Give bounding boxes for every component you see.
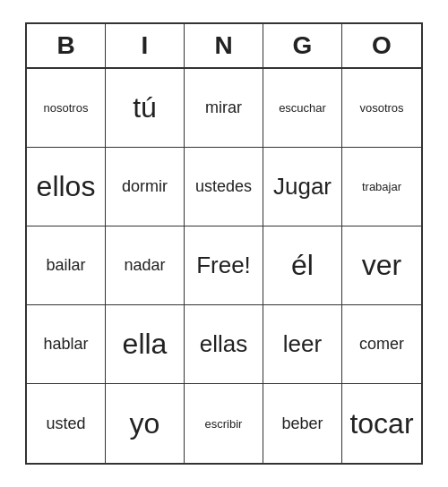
cell-text-8: Jugar bbox=[273, 173, 332, 201]
bingo-cell-0: nosotros bbox=[27, 69, 106, 148]
bingo-cell-19: comer bbox=[342, 305, 421, 384]
cell-text-18: leer bbox=[283, 330, 322, 358]
bingo-cell-5: ellos bbox=[27, 148, 106, 226]
bingo-cell-18: leer bbox=[263, 305, 342, 384]
bingo-cell-20: usted bbox=[27, 384, 106, 463]
cell-text-3: escuchar bbox=[279, 101, 326, 115]
cell-text-24: tocar bbox=[349, 407, 413, 440]
bingo-grid: nosotrostúmirarescucharvosotrosellosdorm… bbox=[27, 69, 421, 463]
cell-text-17: ellas bbox=[200, 330, 247, 358]
cell-text-9: trabajar bbox=[362, 180, 401, 193]
bingo-cell-10: bailar bbox=[27, 226, 106, 305]
cell-text-7: ustedes bbox=[195, 177, 252, 196]
cell-text-6: dormir bbox=[122, 177, 168, 196]
bingo-cell-3: escuchar bbox=[263, 69, 342, 148]
cell-text-12: Free! bbox=[196, 252, 251, 279]
cell-text-21: yo bbox=[130, 407, 160, 440]
bingo-cell-7: ustedes bbox=[185, 148, 263, 226]
bingo-cell-11: nadar bbox=[106, 226, 185, 305]
header-letter-o: O bbox=[342, 24, 421, 67]
cell-text-4: vosotros bbox=[359, 101, 403, 115]
cell-text-0: nosotros bbox=[44, 101, 89, 115]
bingo-cell-12: Free! bbox=[185, 226, 263, 305]
bingo-cell-9: trabajar bbox=[342, 148, 421, 226]
bingo-header: BINGO bbox=[27, 24, 421, 69]
cell-text-13: él bbox=[291, 249, 314, 282]
cell-text-2: mirar bbox=[205, 98, 242, 117]
bingo-cell-23: beber bbox=[263, 384, 342, 463]
bingo-cell-15: hablar bbox=[27, 305, 106, 384]
header-letter-i: I bbox=[106, 24, 185, 67]
bingo-card: BINGO nosotrostúmirarescucharvosotrosell… bbox=[25, 22, 423, 465]
cell-text-16: ella bbox=[123, 328, 168, 361]
bingo-cell-21: yo bbox=[106, 384, 185, 463]
cell-text-22: escribir bbox=[205, 417, 243, 431]
cell-text-10: bailar bbox=[46, 256, 85, 275]
cell-text-23: beber bbox=[281, 414, 323, 433]
cell-text-11: nadar bbox=[124, 256, 165, 275]
bingo-cell-13: él bbox=[263, 226, 342, 305]
header-letter-b: B bbox=[27, 24, 106, 67]
header-letter-g: G bbox=[263, 24, 342, 67]
bingo-cell-2: mirar bbox=[185, 69, 263, 148]
header-letter-n: N bbox=[185, 24, 263, 67]
bingo-cell-8: Jugar bbox=[263, 148, 342, 226]
cell-text-1: tú bbox=[133, 91, 157, 124]
bingo-cell-24: tocar bbox=[342, 384, 421, 463]
bingo-cell-1: tú bbox=[106, 69, 185, 148]
cell-text-20: usted bbox=[46, 414, 85, 433]
bingo-cell-16: ella bbox=[106, 305, 185, 384]
bingo-cell-22: escribir bbox=[185, 384, 263, 463]
bingo-cell-6: dormir bbox=[106, 148, 185, 226]
bingo-cell-14: ver bbox=[342, 226, 421, 305]
cell-text-15: hablar bbox=[43, 335, 88, 354]
bingo-cell-4: vosotros bbox=[342, 69, 421, 148]
cell-text-19: comer bbox=[359, 335, 404, 354]
cell-text-14: ver bbox=[362, 249, 401, 282]
cell-text-5: ellos bbox=[37, 170, 96, 203]
bingo-cell-17: ellas bbox=[185, 305, 263, 384]
